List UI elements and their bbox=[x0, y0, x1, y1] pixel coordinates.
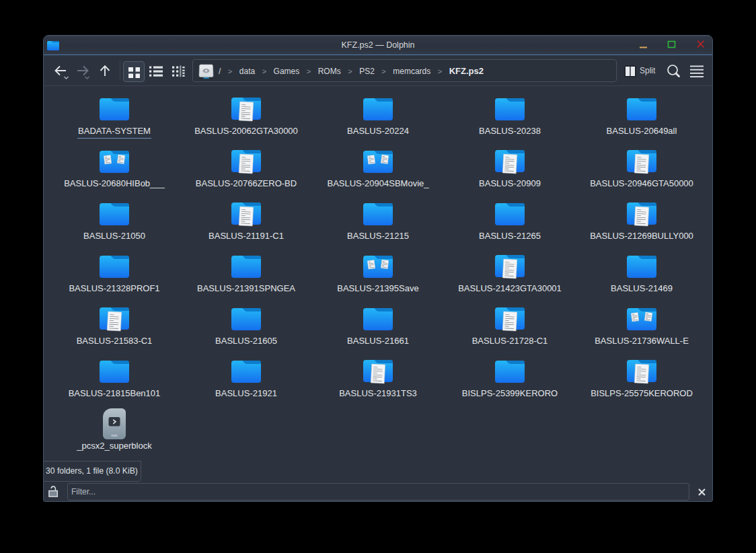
svg-text:run: run bbox=[112, 433, 118, 437]
